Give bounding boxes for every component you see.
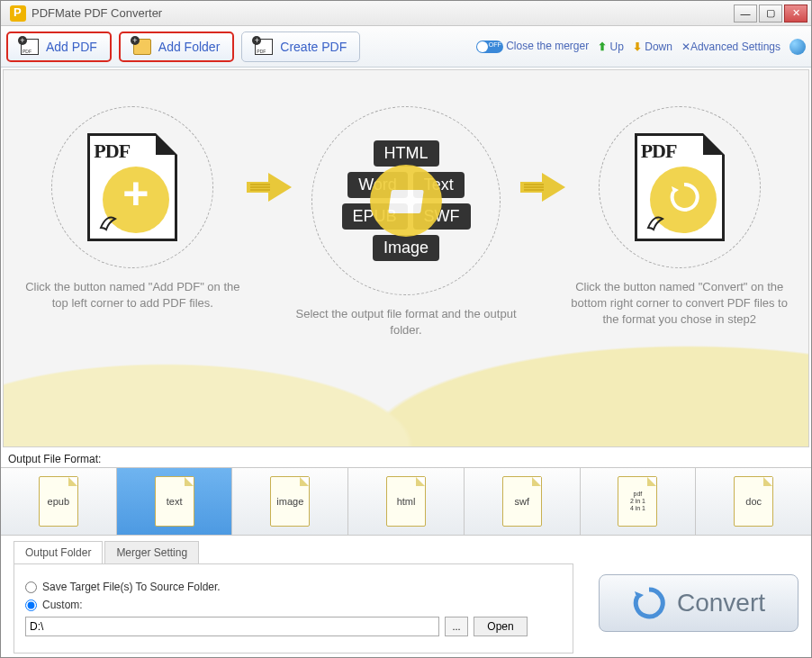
step1-caption: Click the button named "Add PDF" on the … <box>22 279 244 311</box>
format-html[interactable]: html <box>348 468 465 535</box>
toolbar: Add PDF Add Folder Create PDF Close the … <box>1 26 811 68</box>
format-strip: epub text image html swf pdf2 in 14 in 1… <box>1 467 811 536</box>
move-up-button[interactable]: ⬆ Up <box>598 41 624 53</box>
radio-save-to-source-input[interactable] <box>25 581 37 593</box>
output-format-label: Output File Format: <box>1 449 811 467</box>
arrow-right-icon <box>517 169 568 205</box>
open-folder-button[interactable]: Open <box>474 617 528 636</box>
output-path-input[interactable] <box>25 617 439 636</box>
add-pdf-button[interactable]: Add PDF <box>6 32 112 62</box>
close-merger-toggle[interactable]: Close the merger <box>476 40 589 53</box>
step-add-pdf: PDF + Click the button named "Add PDF" o… <box>22 106 244 311</box>
advanced-settings-button[interactable]: ✕Advanced Settings <box>681 41 780 53</box>
minimize-button[interactable]: — <box>734 5 757 23</box>
radio-custom-input[interactable] <box>25 599 37 611</box>
step3-caption: Click the button named "Convert" on the … <box>568 279 790 329</box>
add-folder-button[interactable]: Add Folder <box>119 32 234 62</box>
create-pdf-button[interactable]: Create PDF <box>241 32 360 62</box>
move-down-button[interactable]: ⬇ Down <box>633 41 672 53</box>
pdf-add-illustration: PDF + <box>87 133 177 241</box>
format-epub[interactable]: epub <box>1 468 117 535</box>
folder-center-icon <box>370 165 442 237</box>
adobe-swirl-icon <box>645 212 666 233</box>
app-title: PDFMate PDF Converter <box>32 6 162 20</box>
tab-output-folder[interactable]: Output Folder <box>14 541 103 563</box>
tab-merger-setting[interactable]: Merger Setting <box>104 541 199 563</box>
close-button[interactable]: ✕ <box>784 5 807 23</box>
format-doc[interactable]: doc <box>696 468 811 535</box>
pdf-convert-illustration: PDF <box>635 133 725 241</box>
add-folder-label: Add Folder <box>158 40 220 54</box>
create-pdf-label: Create PDF <box>280 40 347 54</box>
tag-image: Image <box>373 235 439 261</box>
folder-plus-icon <box>133 39 151 55</box>
pdf-plus-icon <box>21 39 39 55</box>
toggle-off-icon <box>476 41 503 53</box>
titlebar: PDFMate PDF Converter — ▢ ✕ <box>1 1 811 26</box>
radio-save-to-source[interactable]: Save Target File(s) To Source Folder. <box>25 581 562 593</box>
adobe-swirl-icon <box>97 212 119 233</box>
app-logo-icon <box>10 5 26 22</box>
arrow-right-icon <box>244 169 295 205</box>
pdf-icon <box>255 39 273 55</box>
arrow-down-icon: ⬇ <box>633 41 642 53</box>
tag-html: HTML <box>374 140 439 167</box>
add-pdf-label: Add PDF <box>46 40 97 54</box>
format-swf[interactable]: swf <box>465 468 581 535</box>
output-folder-panel: Save Target File(s) To Source Folder. Cu… <box>14 563 573 653</box>
step-convert: PDF Click the button named "Convert" on … <box>568 106 790 329</box>
convert-icon <box>632 586 666 620</box>
convert-label: Convert <box>677 589 765 617</box>
convert-button[interactable]: Convert <box>599 574 798 632</box>
browse-button[interactable]: ... <box>445 617 468 636</box>
maximize-button[interactable]: ▢ <box>759 5 782 23</box>
radio-custom[interactable]: Custom: <box>25 599 562 611</box>
help-icon[interactable] <box>789 39 806 55</box>
format-text[interactable]: text <box>117 468 233 535</box>
format-image[interactable]: image <box>232 468 348 535</box>
arrow-up-icon: ⬆ <box>598 41 607 53</box>
format-pdf-nup[interactable]: pdf2 in 14 in 1 <box>581 468 697 535</box>
step-select-format: HTML Word Text EPUB SWF Image Select the… <box>295 106 518 338</box>
sync-icon <box>668 181 700 213</box>
main-area: PDF + Click the button named "Add PDF" o… <box>3 69 809 447</box>
step2-caption: Select the output file format and the ou… <box>295 306 518 338</box>
